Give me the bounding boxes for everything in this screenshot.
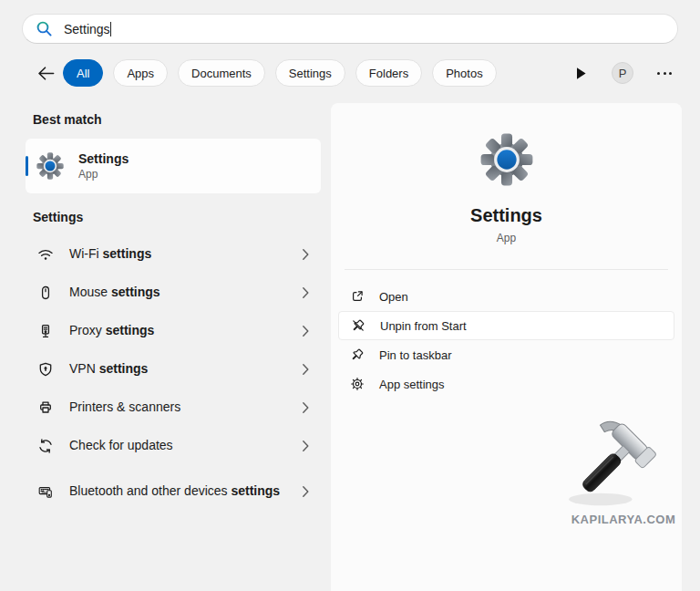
list-item-proxy-settings[interactable]: Proxy settings: [26, 312, 321, 350]
tab-folders[interactable]: Folders: [355, 59, 422, 87]
header-right-controls: P: [569, 59, 676, 87]
chevron-right-icon: [302, 363, 310, 376]
search-bar[interactable]: Settings: [22, 14, 678, 44]
hammer-image: [563, 409, 678, 511]
selection-accent-bar: [26, 156, 28, 176]
item-label-bold: settings: [106, 323, 155, 337]
action-label: Pin to taskbar: [379, 348, 452, 362]
item-label: Mouse: [69, 285, 111, 299]
list-item-check-for-updates[interactable]: Check for updates: [26, 427, 321, 465]
chevron-right-icon: [302, 440, 310, 452]
preview-panel: Settings App Open Unpin from Start: [331, 103, 682, 591]
action-list: Open Unpin from Start Pin to taskbar: [338, 282, 674, 399]
list-item-printers-scanners[interactable]: Printers & scanners: [26, 389, 321, 427]
settings-gear-icon-large: [480, 133, 533, 186]
settings-result-list: Wi-Fi settings Mouse settings Proxy sett…: [26, 235, 321, 518]
gear-outline-icon: [350, 377, 365, 391]
avatar[interactable]: P: [612, 62, 633, 84]
tab-settings[interactable]: Settings: [275, 59, 345, 87]
search-icon: [36, 20, 53, 37]
refresh-icon: [36, 438, 55, 454]
best-match-title: Settings: [78, 151, 129, 166]
wifi-icon: [36, 246, 55, 263]
open-icon: [350, 289, 365, 304]
item-label: VPN: [69, 361, 99, 376]
watermark: KAPILARYA.COM: [563, 409, 684, 526]
item-label-bold: settings: [231, 483, 280, 498]
item-label: Wi-Fi: [69, 246, 103, 261]
search-query-text: Settings: [64, 22, 110, 36]
item-label: Check for updates: [69, 438, 173, 452]
preview-app-title: Settings: [331, 205, 682, 226]
action-label: Open: [379, 290, 408, 304]
chevron-right-icon: [302, 286, 310, 299]
item-label: Bluetooth and other devices: [69, 483, 231, 498]
unpin-icon: [351, 318, 365, 333]
settings-section-heading: Settings: [33, 210, 83, 224]
item-label: Proxy: [69, 323, 106, 337]
list-item-wifi-settings[interactable]: Wi-Fi settings: [26, 235, 321, 274]
vpn-shield-icon: [36, 361, 55, 378]
chevron-right-icon: [302, 401, 310, 414]
item-label-bold: settings: [103, 246, 152, 261]
printer-icon: [36, 399, 55, 416]
back-button[interactable]: [33, 59, 58, 87]
filter-header: All Apps Documents Settings Folders Phot…: [0, 58, 700, 88]
preview-app-subtitle: App: [331, 232, 682, 244]
action-open[interactable]: Open: [338, 282, 674, 311]
search-input[interactable]: Settings: [64, 22, 111, 36]
chevron-right-icon: [302, 485, 310, 498]
settings-gear-icon: [36, 152, 64, 180]
play-icon[interactable]: [569, 61, 592, 85]
mouse-icon: [36, 285, 55, 301]
tab-apps[interactable]: Apps: [113, 59, 168, 87]
list-item-vpn-settings[interactable]: VPN settings: [26, 350, 321, 389]
tab-documents[interactable]: Documents: [178, 59, 265, 87]
devices-icon: [36, 483, 55, 500]
best-match-result[interactable]: Settings App: [26, 139, 321, 193]
more-options-icon[interactable]: [653, 61, 676, 85]
item-label-bold: settings: [111, 285, 160, 299]
proxy-server-icon: [36, 323, 55, 339]
action-label: App settings: [379, 378, 445, 391]
pin-icon: [350, 347, 365, 362]
action-unpin-from-start[interactable]: Unpin from Start: [338, 311, 674, 340]
item-label: Printers & scanners: [69, 399, 180, 414]
tab-all[interactable]: All: [63, 59, 103, 87]
chevron-right-icon: [302, 248, 310, 261]
text-caret: [110, 22, 112, 36]
tab-photos[interactable]: Photos: [432, 59, 496, 87]
chevron-right-icon: [302, 325, 310, 337]
watermark-text: KAPILARYA.COM: [563, 513, 684, 526]
action-app-settings[interactable]: App settings: [338, 369, 674, 399]
action-label: Unpin from Start: [380, 319, 467, 333]
action-pin-to-taskbar[interactable]: Pin to taskbar: [338, 340, 674, 369]
filter-tabs: All Apps Documents Settings Folders Phot…: [63, 59, 497, 87]
best-match-heading: Best match: [33, 112, 101, 127]
list-item-mouse-settings[interactable]: Mouse settings: [26, 274, 321, 312]
item-label-bold: settings: [99, 361, 149, 376]
divider: [345, 269, 668, 270]
list-item-bluetooth-devices-settings[interactable]: Bluetooth and other devices settings: [26, 465, 321, 518]
best-match-subtitle: App: [78, 168, 129, 181]
